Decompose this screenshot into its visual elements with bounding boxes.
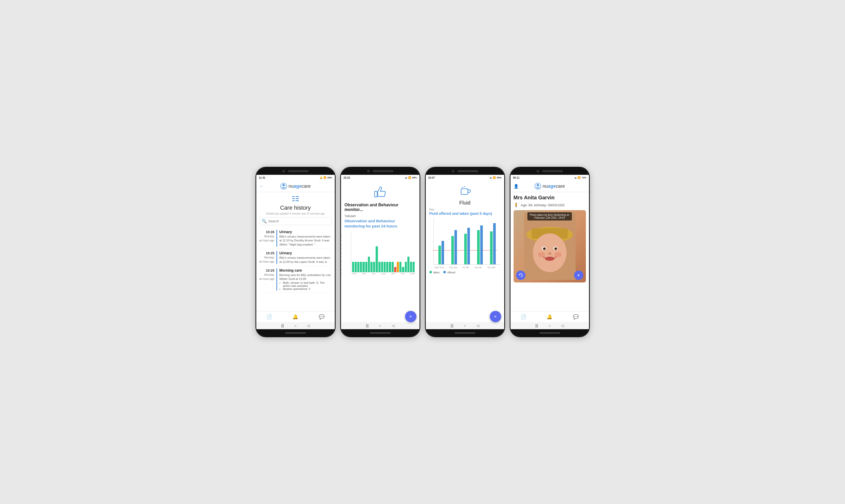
search-bar[interactable]: 🔍 xyxy=(259,217,332,225)
phone4-app-header: 👤 nuagecare xyxy=(510,180,589,192)
care-item-3-time-main: 10:25 xyxy=(259,268,275,273)
phone4-nav-documents-icon[interactable]: 📄 xyxy=(521,314,526,320)
care-item-1-day: Monday xyxy=(259,234,275,238)
obs-subtitle: Observation and Behaviour monitoring for… xyxy=(345,218,416,229)
phone3-android-nav: ||| ○ ◁ xyxy=(426,322,504,329)
phone4-nav-chat-icon[interactable]: 💬 xyxy=(573,314,579,320)
care-item-1-body: Urinary Billy's urinary measurements wer… xyxy=(277,230,331,247)
profile-add-button[interactable]: + xyxy=(574,271,583,280)
obs-fab-close[interactable]: × xyxy=(405,311,417,322)
care-history-subtitle: Details last updated 3 minutes and 23 se… xyxy=(259,212,332,215)
phone2-time: 23:23 xyxy=(344,176,350,179)
care-item-3-bullets: Bath, shower or bed bath: S. The action … xyxy=(283,281,331,290)
menu-icon xyxy=(259,196,332,203)
phone3-camera xyxy=(452,170,454,173)
phone3: 23:07 ☁ 📶 68% xyxy=(425,167,505,337)
user-account-icon[interactable]: 👤 xyxy=(514,184,519,189)
phone4-status-icons: ☁ 📶 73% xyxy=(574,176,586,179)
obs-bar xyxy=(412,262,415,272)
obs-bar xyxy=(352,262,354,272)
phone3-bottom-hardware xyxy=(426,329,504,337)
person-icon: 🧍 xyxy=(514,203,519,208)
fluid-day-group xyxy=(474,226,486,264)
phone1-content: Care history Details last updated 3 minu… xyxy=(256,192,335,311)
phone4-battery: 73% xyxy=(581,176,586,179)
phone1-camera xyxy=(282,170,285,173)
phone1-battery-icon: 🔔 xyxy=(320,176,322,179)
obs-scroll[interactable]: Observation and Behaviour monitor... Tal… xyxy=(341,180,420,322)
android-home-btn[interactable]: ○ xyxy=(294,324,296,328)
care-item-1[interactable]: 10:26 Monday an hour ago Urinary Billy's… xyxy=(259,228,332,249)
android-recents-btn4[interactable]: ◁ xyxy=(561,324,564,328)
phone4-logo: nuagecare xyxy=(534,182,565,190)
care-item-3-category: Morning care xyxy=(279,268,331,272)
fluid-bar-taken xyxy=(477,230,480,264)
android-back-btn2[interactable]: ||| xyxy=(366,324,369,328)
phone4: 00:11 ☁ 📶 73% 👤 nuagecare xyxy=(510,167,590,337)
phone2-status-icons: ☁ 📶 69% xyxy=(405,176,417,179)
svg-rect-7 xyxy=(296,200,299,201)
android-home-btn4[interactable]: ○ xyxy=(548,324,550,328)
fluid-subtitle: Fluid offered and taken (past 5 days) xyxy=(429,212,500,216)
care-item-2-ago: an hour ago xyxy=(259,260,275,264)
phone4-cloud-icon: ☁ xyxy=(574,176,577,179)
android-home-btn3[interactable]: ○ xyxy=(464,324,466,328)
android-recents-btn3[interactable]: ◁ xyxy=(476,324,479,328)
care-item-1-time: 10:26 Monday an hour ago xyxy=(259,230,275,247)
care-item-2[interactable]: 10:25 Monday an hour ago Urinary Billy's… xyxy=(259,249,332,266)
obs-bar xyxy=(370,262,372,272)
chart-y-labels: 5.0 4.5 4.0 3.5 3.0 2.5 2.0 1.5 1.0 0.5 … xyxy=(341,231,342,275)
obs-bar xyxy=(355,262,357,272)
care-item-2-time-main: 10:25 xyxy=(259,251,275,256)
phone4-nav-alerts-icon[interactable]: 🔔 xyxy=(547,314,552,320)
android-home-btn2[interactable]: ○ xyxy=(379,324,381,328)
phone4-bottom-nav: 📄 🔔 💬 xyxy=(510,311,589,322)
phone2-cloud-icon: ☁ xyxy=(405,176,407,179)
care-item-2-desc: Billy's urinary measurements were taken … xyxy=(279,256,331,264)
logo-icon xyxy=(280,182,287,190)
legend-offered-dot xyxy=(443,271,446,273)
back-arrow-icon[interactable]: ← xyxy=(259,184,264,189)
obs-chart-wrapper: 5.0 4.5 4.0 3.5 3.0 2.5 2.0 1.5 1.0 0.5 … xyxy=(345,231,416,275)
care-history-scroll[interactable]: Care history Details last updated 3 minu… xyxy=(256,192,335,311)
care-item-3-day: Monday xyxy=(259,273,275,277)
search-icon: 🔍 xyxy=(262,219,267,223)
android-back-btn4[interactable]: ||| xyxy=(535,324,538,328)
android-back-btn[interactable]: ||| xyxy=(281,324,284,328)
android-back-btn3[interactable]: ||| xyxy=(451,324,453,328)
phone3-speaker xyxy=(458,170,478,172)
nav-chat-icon[interactable]: 💬 xyxy=(319,314,324,320)
fluid-title: Fluid xyxy=(429,200,500,206)
fluid-bar-taken xyxy=(451,236,454,264)
care-item-3-ago: an hour ago xyxy=(259,277,275,281)
android-recents-btn2[interactable]: ◁ xyxy=(392,324,394,328)
svg-rect-4 xyxy=(292,200,295,201)
svg-point-19 xyxy=(554,247,557,250)
search-input[interactable] xyxy=(268,219,329,223)
obs-bar xyxy=(381,262,383,272)
phone4-bottom-hardware xyxy=(510,329,589,337)
care-item-3[interactable]: 10:25 Monday an hour ago Morning care Mo… xyxy=(259,266,332,293)
phone1-wifi-icon: 📶 xyxy=(323,176,326,179)
fluid-bar-offered xyxy=(467,228,470,264)
nav-alerts-icon[interactable]: 🔔 xyxy=(293,314,298,320)
phone4-camera xyxy=(536,170,539,173)
profile-name: Mrs Anita Garvin xyxy=(514,195,586,201)
svg-point-18 xyxy=(543,247,546,250)
profile-scroll[interactable]: Mrs Anita Garvin 🧍 Age: 89, birthday: 09… xyxy=(510,192,589,311)
android-recents-btn[interactable]: ◁ xyxy=(307,324,310,328)
svg-point-22 xyxy=(554,252,562,257)
profile-rotate-left-button[interactable] xyxy=(516,271,525,280)
chart-x-labels: 11PM 3AM 7AM 11AM 3PM 7PM 11PM xyxy=(351,273,416,275)
care-item-1-desc: Billy's urinary measurements were taken … xyxy=(279,235,331,247)
obs-bar xyxy=(407,257,409,272)
fluid-fab-close[interactable]: × xyxy=(490,311,501,322)
phone2-top-hardware xyxy=(341,167,420,175)
obs-patient: Tallulah xyxy=(345,214,416,218)
phone4-wrapper: 00:11 ☁ 📶 73% 👤 nuagecare xyxy=(510,167,590,337)
nav-documents-icon[interactable]: 📄 xyxy=(266,314,272,320)
phone3-wifi-icon: 📶 xyxy=(493,176,496,179)
fluid-scroll[interactable]: Fluid Max Fluid offered and taken (past … xyxy=(426,180,504,322)
phone4-wifi-icon: 📶 xyxy=(578,176,580,179)
fluid-bar-offered xyxy=(493,223,496,264)
